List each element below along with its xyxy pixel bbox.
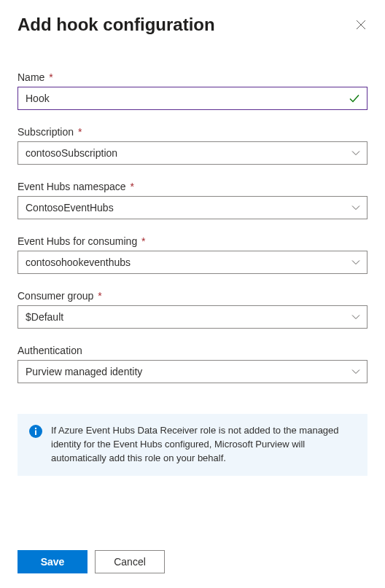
authentication-select-wrapper: Purview managed identity bbox=[18, 360, 368, 383]
event-hubs-namespace-label: Event Hubs namespace * bbox=[18, 181, 368, 192]
event-hubs-namespace-field: Event Hubs namespace * ContosoEventHubs bbox=[18, 181, 368, 219]
consumer-group-field: Consumer group * $Default bbox=[18, 290, 368, 329]
svg-rect-3 bbox=[35, 431, 36, 436]
event-hubs-namespace-select[interactable]: ContosoEventHubs bbox=[18, 196, 368, 219]
consumer-group-label-text: Consumer group bbox=[18, 290, 93, 302]
name-label-text: Name bbox=[18, 71, 44, 83]
dialog-header: Add hook configuration bbox=[18, 15, 368, 35]
event-hubs-consuming-select[interactable]: contosohookeventhubs bbox=[18, 251, 368, 274]
event-hubs-consuming-value: contosohookeventhubs bbox=[26, 256, 131, 268]
required-marker: * bbox=[78, 126, 82, 138]
svg-point-4 bbox=[35, 428, 36, 429]
info-icon bbox=[29, 425, 42, 438]
name-field: Name * bbox=[18, 71, 368, 110]
event-hubs-consuming-field: Event Hubs for consuming * contosohookev… bbox=[18, 235, 368, 274]
subscription-select-wrapper: contosoSubscription bbox=[18, 141, 368, 165]
name-input[interactable] bbox=[18, 87, 368, 110]
consumer-group-value: $Default bbox=[26, 311, 63, 323]
required-marker: * bbox=[141, 235, 145, 247]
consumer-group-label: Consumer group * bbox=[18, 290, 368, 302]
subscription-select[interactable]: contosoSubscription bbox=[18, 141, 368, 165]
authentication-label-text: Authentication bbox=[18, 345, 82, 356]
consumer-group-select[interactable]: $Default bbox=[18, 305, 368, 329]
consumer-group-select-wrapper: $Default bbox=[18, 305, 368, 329]
hook-form: Name * Subscription * contosoSubscriptio… bbox=[18, 71, 368, 536]
required-marker: * bbox=[49, 71, 52, 83]
required-marker: * bbox=[131, 181, 134, 192]
checkmark-icon bbox=[349, 93, 360, 104]
dialog-title: Add hook configuration bbox=[18, 15, 215, 35]
event-hubs-consuming-select-wrapper: contosohookeventhubs bbox=[18, 251, 368, 274]
save-button[interactable]: Save bbox=[18, 550, 88, 573]
event-hubs-namespace-select-wrapper: ContosoEventHubs bbox=[18, 196, 368, 219]
event-hubs-namespace-label-text: Event Hubs namespace bbox=[18, 181, 126, 192]
authentication-field: Authentication Purview managed identity bbox=[18, 345, 368, 383]
info-text: If Azure Event Hubs Data Receiver role i… bbox=[51, 424, 356, 466]
event-hubs-consuming-label-text: Event Hubs for consuming bbox=[18, 235, 137, 247]
cancel-button[interactable]: Cancel bbox=[95, 550, 165, 573]
dialog-footer: Save Cancel bbox=[18, 536, 368, 573]
required-marker: * bbox=[98, 290, 101, 302]
name-input-wrapper bbox=[18, 87, 368, 110]
subscription-label-text: Subscription bbox=[18, 126, 74, 138]
authentication-label: Authentication bbox=[18, 345, 368, 356]
event-hubs-namespace-value: ContosoEventHubs bbox=[26, 202, 114, 213]
info-box: If Azure Event Hubs Data Receiver role i… bbox=[18, 414, 368, 476]
subscription-field: Subscription * contosoSubscription bbox=[18, 126, 368, 165]
authentication-value: Purview managed identity bbox=[26, 366, 142, 377]
subscription-value: contosoSubscription bbox=[26, 147, 117, 159]
name-label: Name * bbox=[18, 71, 368, 83]
close-icon[interactable] bbox=[354, 18, 368, 31]
event-hubs-consuming-label: Event Hubs for consuming * bbox=[18, 235, 368, 247]
subscription-label: Subscription * bbox=[18, 126, 368, 138]
authentication-select[interactable]: Purview managed identity bbox=[18, 360, 368, 383]
